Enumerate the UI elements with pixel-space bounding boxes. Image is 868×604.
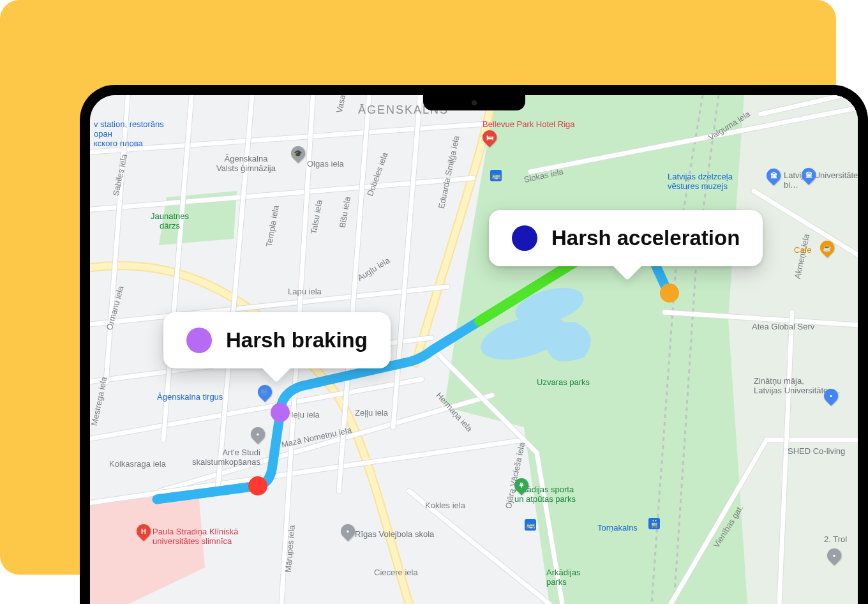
map-canvas[interactable]: ĀGENSKALNS Sabiles iela Ormanu iela Olga…	[90, 95, 858, 604]
laptop-device-bezel: ĀGENSKALNS Sabiles iela Ormanu iela Olga…	[80, 85, 868, 604]
swatch-darkblue	[512, 225, 537, 251]
transit-stop-icon[interactable]: 🚌	[490, 170, 502, 181]
swatch-purple	[186, 328, 212, 353]
callout-text: Harsh braking	[226, 328, 368, 352]
product-shot-frame: ĀGENSKALNS Sabiles iela Ormanu iela Olga…	[0, 0, 836, 575]
transit-train-icon[interactable]: 🚆	[648, 518, 660, 529]
callout-harsh-braking: Harsh braking	[163, 312, 391, 368]
device-notch	[423, 95, 525, 110]
svg-point-8	[271, 403, 290, 422]
callout-text: Harsh acceleration	[551, 226, 740, 250]
svg-point-10	[660, 283, 679, 303]
callout-harsh-acceleration: Harsh acceleration	[489, 210, 763, 266]
transit-stop-icon[interactable]: 🚌	[525, 519, 536, 531]
svg-point-7	[248, 476, 267, 495]
laptop-screen: ĀGENSKALNS Sabiles iela Ormanu iela Olga…	[90, 95, 858, 604]
